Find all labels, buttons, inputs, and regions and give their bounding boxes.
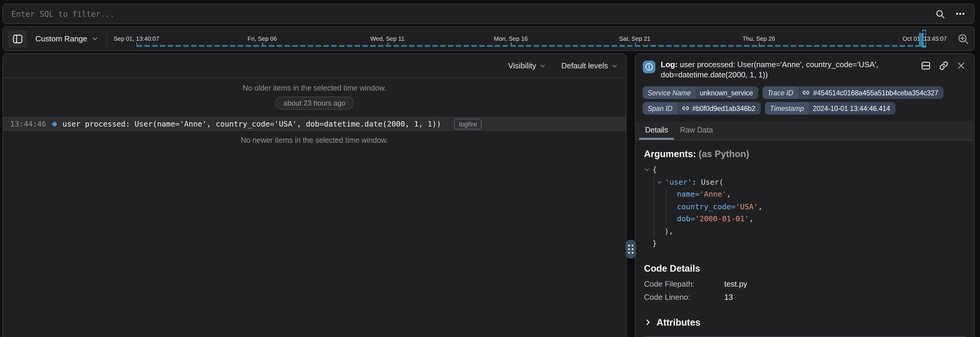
copy-link-icon[interactable]: [939, 61, 949, 71]
panel-divider[interactable]: [627, 53, 635, 337]
detail-header: Log: user processed: User(name='Anne', c…: [636, 54, 974, 80]
log-row[interactable]: 13:44:46 user processed: User(name='Anne…: [3, 117, 626, 131]
kv-label: Code Lineno:: [644, 292, 724, 301]
log-level-diamond-icon: [52, 121, 57, 127]
chevron-down-icon: [612, 63, 617, 69]
sidebar-toggle-button[interactable]: [8, 30, 27, 48]
badge-label: Trace ID: [762, 86, 798, 99]
sql-filter-input[interactable]: [11, 9, 935, 18]
log-timestamp: 13:44:46: [10, 119, 46, 128]
timeline-activity-dashes: [136, 45, 926, 47]
code-details-section: Code Details Code Filepath: test.py Code…: [644, 263, 966, 301]
timeline-tick-label: Thu, Sep 26: [743, 35, 775, 42]
detail-header-actions: [921, 61, 966, 71]
badge-value: #b0f0d9ed1ab346b2: [677, 104, 761, 112]
indent-guide: [654, 177, 654, 237]
split-panel-icon[interactable]: [921, 61, 931, 71]
timeline-tick-label: Sat, Sep 21: [619, 35, 651, 42]
visibility-dropdown[interactable]: Visibility: [508, 61, 546, 70]
no-older-items-text: No older items in the selected time wind…: [3, 84, 626, 93]
arguments-heading: Arguments: (as Python): [644, 149, 966, 160]
badge-label: Span ID: [643, 102, 677, 115]
detail-tabs: Details Raw Data: [636, 122, 974, 140]
chevron-down-icon: [540, 63, 546, 69]
collapse-caret-icon[interactable]: [644, 167, 650, 173]
logs-panel: Visibility Default levels No older items…: [2, 53, 627, 337]
code-filepath-row: Code Filepath: test.py: [644, 279, 966, 288]
panel-resize-handle[interactable]: [626, 240, 636, 259]
code-line: country_code='USA',: [644, 201, 966, 213]
collapse-caret-icon[interactable]: [657, 179, 662, 185]
timeline-zoom-in-icon[interactable]: [957, 33, 969, 45]
badge-value: 2024-10-01 13:44:46.414: [809, 105, 896, 112]
chevron-down-icon: [91, 35, 98, 42]
timeline-track[interactable]: Sep 01, 13:40:07 Fri, Sep 06 Wed, Sep 11…: [108, 27, 951, 50]
badge-value: #454514c0168a455a51bb4ceba354c327: [798, 89, 944, 97]
link-icon: [802, 89, 810, 97]
more-options-icon[interactable]: [955, 8, 966, 19]
chevron-right-icon: [644, 318, 652, 326]
code-line: dob='2000-01-01',: [644, 213, 966, 225]
arguments-subheading: (as Python): [699, 149, 749, 159]
detail-badges: Service Name unknown_service Trace ID #4…: [636, 86, 971, 115]
tab-raw-data[interactable]: Raw Data: [674, 122, 719, 140]
default-levels-dropdown[interactable]: Default levels: [561, 61, 617, 70]
timeline-separator: [106, 30, 107, 48]
content-area: Visibility Default levels No older items…: [2, 53, 975, 337]
search-icon[interactable]: [935, 9, 945, 19]
logfire-explore-page: Custom Range Sep 01, 13:40:07 Fri, Sep 0…: [0, 0, 980, 337]
time-range-selector[interactable]: Custom Range: [35, 34, 98, 43]
code-details-table: Code Filepath: test.py Code Lineno: 13: [644, 279, 966, 301]
kv-value: test.py: [724, 279, 747, 288]
log-message: user processed: User(name='Anne', countr…: [62, 119, 441, 128]
time-range-label: Custom Range: [35, 34, 87, 43]
code-lineno-row: Code Lineno: 13: [644, 292, 966, 301]
code-line: {: [644, 164, 966, 176]
section-divider: [644, 336, 966, 337]
timeline-selection-marker[interactable]: [922, 30, 926, 47]
arguments-code-tree: { 'user': User( name='Anne', country_cod…: [644, 164, 966, 250]
attributes-section-toggle[interactable]: Attributes: [644, 317, 966, 328]
logs-toolbar: Visibility Default levels: [3, 54, 626, 78]
code-details-heading: Code Details: [644, 263, 966, 274]
badge-label: Service Name: [643, 86, 695, 99]
span-id-badge[interactable]: Span ID #b0f0d9ed1ab346b2: [643, 102, 761, 115]
badge-label: Timestamp: [765, 102, 809, 115]
relative-time-badge[interactable]: about 23 hours ago: [275, 97, 354, 110]
timeline-tick-label: Wed, Sep 11: [371, 35, 405, 42]
detail-kind-label: Log:: [661, 60, 678, 69]
detail-title: Log: user processed: User(name='Anne', c…: [661, 59, 927, 80]
tab-details[interactable]: Details: [639, 122, 674, 140]
log-detail-panel: Log: user processed: User(name='Anne', c…: [635, 53, 975, 337]
default-levels-label: Default levels: [561, 61, 608, 70]
no-newer-items-text: No newer items in the selected time wind…: [3, 136, 626, 145]
code-line: }: [644, 238, 966, 250]
attributes-heading: Attributes: [657, 317, 700, 328]
trace-id-badge[interactable]: Trace ID #454514c0168a455a51bb4ceba354c3…: [762, 86, 944, 99]
timeline-bar: Custom Range Sep 01, 13:40:07 Fri, Sep 0…: [2, 26, 975, 51]
code-line: ),: [644, 225, 966, 238]
timeline-tick-label: Sep 01, 13:40:07: [113, 35, 159, 42]
info-level-icon: [643, 61, 655, 73]
kv-value: 13: [724, 292, 733, 301]
service-name-badge: Service Name unknown_service: [643, 86, 758, 99]
link-icon: [681, 104, 689, 112]
code-line: name='Anne',: [644, 188, 966, 201]
log-tag-badge: logfire: [454, 118, 482, 129]
detail-title-text: user processed: User(name='Anne', countr…: [661, 60, 878, 79]
detail-body: Arguments: (as Python) { 'user': User( n…: [636, 140, 974, 337]
timestamp-badge: Timestamp 2024-10-01 13:44:46.414: [765, 102, 896, 115]
close-icon[interactable]: [957, 61, 966, 70]
badge-value: unknown_service: [695, 89, 758, 96]
indent-guide: [666, 190, 667, 225]
timeline-tick-label: Fri, Sep 06: [248, 35, 277, 42]
sql-filter-bar: [2, 3, 975, 24]
kv-label: Code Filepath:: [644, 279, 724, 288]
filter-actions: [935, 8, 966, 19]
code-line: 'user': User(: [644, 176, 966, 188]
visibility-label: Visibility: [508, 61, 536, 70]
timeline-tick-label: Mon, Sep 16: [494, 35, 528, 42]
